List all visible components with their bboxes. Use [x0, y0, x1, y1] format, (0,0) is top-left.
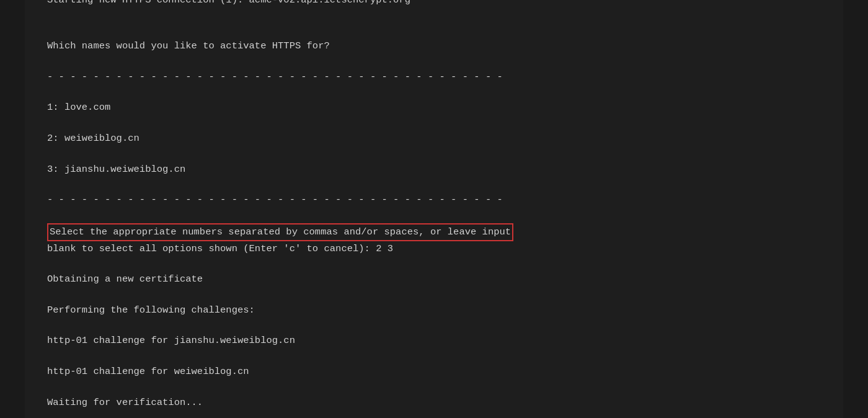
terminal-line-waiting: Waiting for verification...	[47, 395, 821, 411]
terminal-line-domain2: 2: weiweiblog.cn	[47, 131, 821, 146]
terminal-line-performing: Performing the following challenges:	[47, 303, 821, 318]
terminal-line-domain3: 3: jianshu.weiweiblog.cn	[47, 162, 821, 177]
terminal-line-domain1: 1: love.com	[47, 100, 821, 115]
terminal-line-blank2: blank to select all options shown (Enter…	[47, 241, 821, 257]
terminal-line-dash2: - - - - - - - - - - - - - - - - - - - - …	[47, 192, 821, 208]
terminal-line-http1: http-01 challenge for jianshu.weiweiblog…	[47, 333, 821, 349]
terminal-line-obtain: Obtaining a new certificate	[47, 272, 821, 287]
highlighted-line-select: Select the appropriate numbers separated…	[47, 223, 513, 241]
terminal-line-http2: http-01 challenge for weiweiblog.cn	[47, 364, 821, 380]
terminal-line-dash1: - - - - - - - - - - - - - - - - - - - - …	[47, 69, 821, 85]
blank-line	[47, 23, 821, 38]
terminal-line-https: Starting new HTTPS connection (1): acme-…	[47, 0, 821, 8]
terminal-window: root@iZwz982qla1uxm1s5dnyo7Z:/var/www/bl…	[25, 0, 843, 418]
terminal-line-which: Which names would you like to activate H…	[47, 38, 821, 54]
